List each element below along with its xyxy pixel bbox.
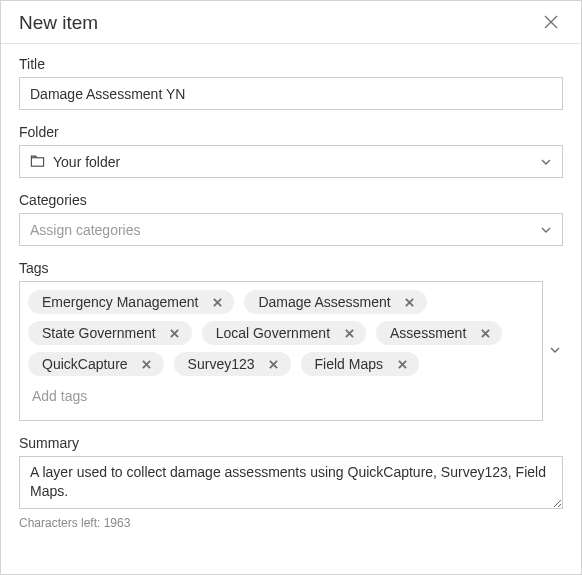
tag-chip: State Government [28,321,192,345]
tags-box[interactable]: Emergency ManagementDamage AssessmentSta… [19,281,543,421]
summary-label: Summary [19,435,563,451]
close-icon [405,295,414,310]
tags-list: Emergency ManagementDamage AssessmentSta… [28,290,534,376]
tag-remove-button[interactable] [140,357,154,371]
categories-field-group: Categories Assign categories [19,192,563,246]
dialog-header: New item [1,1,581,44]
tag-chip: Field Maps [301,352,419,376]
tag-remove-button[interactable] [478,326,492,340]
categories-select[interactable]: Assign categories [19,213,563,246]
tag-label: Local Government [216,325,330,341]
folder-label: Folder [19,124,563,140]
tag-remove-button[interactable] [342,326,356,340]
title-field-group: Title [19,56,563,110]
tag-remove-button[interactable] [395,357,409,371]
close-icon [398,357,407,372]
tag-chip: Local Government [202,321,366,345]
tag-remove-button[interactable] [210,295,224,309]
tag-label: State Government [42,325,156,341]
tag-remove-button[interactable] [168,326,182,340]
tag-chip: Emergency Management [28,290,234,314]
chevron-down-icon [540,224,552,236]
tag-chip: Damage Assessment [244,290,426,314]
close-icon [170,326,179,341]
folder-select[interactable]: Your folder [19,145,563,178]
tag-remove-button[interactable] [403,295,417,309]
close-icon [213,295,222,310]
tag-label: Emergency Management [42,294,198,310]
categories-label: Categories [19,192,563,208]
summary-chars-left: Characters left: 1963 [19,516,563,530]
close-icon [345,326,354,341]
chevron-down-icon [540,156,552,168]
summary-textarea[interactable] [19,456,563,509]
tags-input[interactable] [28,382,534,406]
new-item-dialog: New item Title Folder Your folder [0,0,582,575]
folder-icon [30,154,45,169]
tag-chip: QuickCapture [28,352,164,376]
tag-label: Assessment [390,325,466,341]
tag-label: Survey123 [188,356,255,372]
dialog-body: Title Folder Your folder Categor [1,44,581,574]
chevron-down-icon [549,343,561,359]
summary-field-group: Summary Characters left: 1963 [19,435,563,530]
close-icon [543,14,559,33]
close-icon [142,357,151,372]
dialog-title: New item [19,12,98,34]
tag-label: QuickCapture [42,356,128,372]
tag-label: Damage Assessment [258,294,390,310]
svg-rect-0 [31,158,43,166]
folder-select-value: Your folder [53,154,540,170]
close-icon [269,357,278,372]
close-button[interactable] [539,11,563,35]
tags-field-group: Tags Emergency ManagementDamage Assessme… [19,260,563,421]
tag-chip: Assessment [376,321,502,345]
close-icon [481,326,490,341]
tag-chip: Survey123 [174,352,291,376]
tags-label: Tags [19,260,563,276]
title-label: Title [19,56,563,72]
tag-label: Field Maps [315,356,383,372]
folder-field-group: Folder Your folder [19,124,563,178]
title-input[interactable] [19,77,563,110]
tag-remove-button[interactable] [267,357,281,371]
tags-expand[interactable] [547,281,563,421]
categories-placeholder: Assign categories [30,222,540,238]
